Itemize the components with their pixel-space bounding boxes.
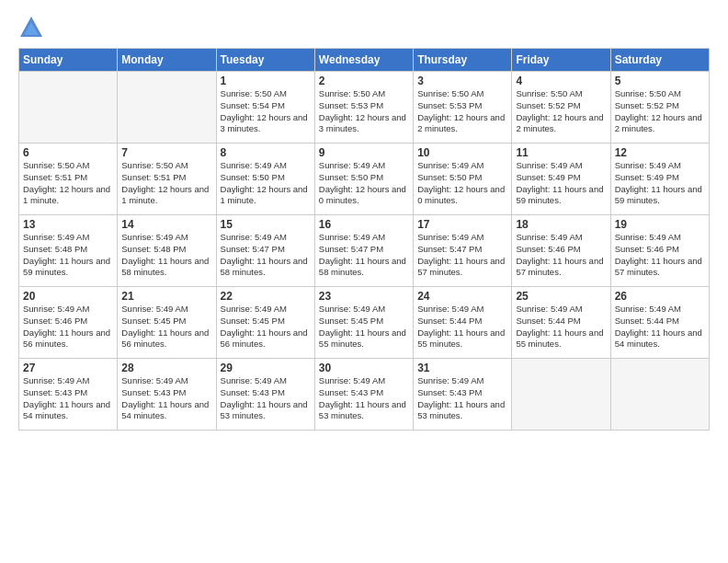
day-cell: 26Sunrise: 5:49 AMSunset: 5:44 PMDayligh… [610, 287, 709, 359]
day-number: 7 [121, 146, 211, 159]
day-header-friday: Friday [512, 49, 610, 72]
day-number: 13 [23, 218, 113, 231]
day-cell: 2Sunrise: 5:50 AMSunset: 5:53 PMDaylight… [314, 72, 413, 144]
day-header-tuesday: Tuesday [216, 49, 314, 72]
day-info: Sunrise: 5:49 AMSunset: 5:44 PMDaylight:… [615, 304, 705, 350]
day-number: 5 [615, 75, 705, 87]
day-cell: 24Sunrise: 5:49 AMSunset: 5:44 PMDayligh… [414, 287, 512, 359]
day-cell [19, 72, 118, 144]
day-info: Sunrise: 5:49 AMSunset: 5:45 PMDaylight:… [221, 304, 311, 350]
day-header-sunday: Sunday [19, 49, 118, 72]
header [18, 15, 710, 40]
day-info: Sunrise: 5:49 AMSunset: 5:43 PMDaylight:… [121, 375, 211, 422]
day-cell: 21Sunrise: 5:49 AMSunset: 5:45 PMDayligh… [118, 287, 216, 359]
day-info: Sunrise: 5:49 AMSunset: 5:43 PMDaylight:… [221, 375, 311, 422]
day-number: 8 [221, 146, 311, 159]
day-cell: 27Sunrise: 5:49 AMSunset: 5:43 PMDayligh… [19, 359, 118, 431]
day-info: Sunrise: 5:49 AMSunset: 5:46 PMDaylight:… [516, 232, 606, 279]
day-info: Sunrise: 5:49 AMSunset: 5:50 PMDaylight:… [221, 160, 311, 207]
day-info: Sunrise: 5:49 AMSunset: 5:49 PMDaylight:… [516, 160, 606, 207]
day-number: 31 [417, 362, 507, 374]
day-info: Sunrise: 5:49 AMSunset: 5:45 PMDaylight:… [319, 304, 409, 350]
day-info: Sunrise: 5:49 AMSunset: 5:44 PMDaylight:… [417, 304, 507, 350]
day-info: Sunrise: 5:50 AMSunset: 5:51 PMDaylight:… [121, 160, 211, 207]
week-row-4: 20Sunrise: 5:49 AMSunset: 5:46 PMDayligh… [19, 287, 710, 359]
day-header-saturday: Saturday [610, 49, 709, 72]
day-cell: 23Sunrise: 5:49 AMSunset: 5:45 PMDayligh… [314, 287, 413, 359]
day-header-thursday: Thursday [414, 49, 512, 72]
day-number: 20 [23, 290, 113, 303]
day-header-wednesday: Wednesday [314, 49, 413, 72]
logo [18, 15, 48, 40]
day-cell: 30Sunrise: 5:49 AMSunset: 5:43 PMDayligh… [314, 359, 413, 431]
day-cell: 15Sunrise: 5:49 AMSunset: 5:47 PMDayligh… [216, 215, 314, 287]
day-cell: 4Sunrise: 5:50 AMSunset: 5:52 PMDaylight… [512, 72, 610, 144]
day-info: Sunrise: 5:49 AMSunset: 5:50 PMDaylight:… [417, 160, 507, 207]
day-info: Sunrise: 5:49 AMSunset: 5:48 PMDaylight:… [23, 232, 113, 279]
logo-icon [18, 15, 44, 40]
day-cell: 5Sunrise: 5:50 AMSunset: 5:52 PMDaylight… [610, 72, 709, 144]
day-info: Sunrise: 5:49 AMSunset: 5:47 PMDaylight:… [319, 232, 409, 279]
day-cell [118, 72, 216, 144]
day-info: Sunrise: 5:49 AMSunset: 5:43 PMDaylight:… [23, 375, 113, 422]
calendar-table: SundayMondayTuesdayWednesdayThursdayFrid… [18, 48, 710, 431]
day-number: 10 [417, 146, 507, 159]
day-number: 29 [221, 362, 311, 374]
day-info: Sunrise: 5:49 AMSunset: 5:47 PMDaylight:… [417, 232, 507, 279]
day-info: Sunrise: 5:49 AMSunset: 5:47 PMDaylight:… [221, 232, 311, 279]
page-container: SundayMondayTuesdayWednesdayThursdayFrid… [0, 0, 728, 440]
day-cell: 19Sunrise: 5:49 AMSunset: 5:46 PMDayligh… [610, 215, 709, 287]
day-number: 14 [121, 218, 211, 231]
day-number: 26 [615, 290, 705, 303]
day-cell: 25Sunrise: 5:49 AMSunset: 5:44 PMDayligh… [512, 287, 610, 359]
day-cell: 10Sunrise: 5:49 AMSunset: 5:50 PMDayligh… [414, 144, 512, 215]
day-cell: 3Sunrise: 5:50 AMSunset: 5:53 PMDaylight… [414, 72, 512, 144]
day-cell: 9Sunrise: 5:49 AMSunset: 5:50 PMDaylight… [314, 144, 413, 215]
day-number: 1 [221, 75, 311, 87]
day-info: Sunrise: 5:49 AMSunset: 5:43 PMDaylight:… [417, 375, 507, 422]
day-number: 25 [516, 290, 606, 303]
day-cell: 7Sunrise: 5:50 AMSunset: 5:51 PMDaylight… [118, 144, 216, 215]
day-info: Sunrise: 5:49 AMSunset: 5:50 PMDaylight:… [319, 160, 409, 207]
day-cell: 17Sunrise: 5:49 AMSunset: 5:47 PMDayligh… [414, 215, 512, 287]
day-number: 11 [516, 146, 606, 159]
day-number: 2 [319, 75, 409, 87]
day-number: 23 [319, 290, 409, 303]
day-info: Sunrise: 5:49 AMSunset: 5:43 PMDaylight:… [319, 375, 409, 422]
day-cell: 18Sunrise: 5:49 AMSunset: 5:46 PMDayligh… [512, 215, 610, 287]
day-info: Sunrise: 5:49 AMSunset: 5:45 PMDaylight:… [121, 304, 211, 350]
day-info: Sunrise: 5:49 AMSunset: 5:46 PMDaylight:… [615, 232, 705, 279]
day-info: Sunrise: 5:49 AMSunset: 5:49 PMDaylight:… [615, 160, 705, 207]
day-cell [610, 359, 709, 431]
day-cell: 8Sunrise: 5:49 AMSunset: 5:50 PMDaylight… [216, 144, 314, 215]
day-number: 27 [23, 362, 113, 374]
week-row-5: 27Sunrise: 5:49 AMSunset: 5:43 PMDayligh… [19, 359, 710, 431]
day-number: 28 [121, 362, 211, 374]
day-number: 21 [121, 290, 211, 303]
day-number: 22 [221, 290, 311, 303]
day-number: 12 [615, 146, 705, 159]
day-cell: 31Sunrise: 5:49 AMSunset: 5:43 PMDayligh… [414, 359, 512, 431]
day-number: 24 [417, 290, 507, 303]
day-info: Sunrise: 5:49 AMSunset: 5:48 PMDaylight:… [121, 232, 211, 279]
day-cell: 28Sunrise: 5:49 AMSunset: 5:43 PMDayligh… [118, 359, 216, 431]
day-cell: 14Sunrise: 5:49 AMSunset: 5:48 PMDayligh… [118, 215, 216, 287]
day-info: Sunrise: 5:49 AMSunset: 5:44 PMDaylight:… [516, 304, 606, 350]
day-number: 17 [417, 218, 507, 231]
day-cell: 22Sunrise: 5:49 AMSunset: 5:45 PMDayligh… [216, 287, 314, 359]
day-info: Sunrise: 5:49 AMSunset: 5:46 PMDaylight:… [23, 304, 113, 350]
day-info: Sunrise: 5:50 AMSunset: 5:52 PMDaylight:… [615, 88, 705, 135]
day-cell: 1Sunrise: 5:50 AMSunset: 5:54 PMDaylight… [216, 72, 314, 144]
day-number: 9 [319, 146, 409, 159]
day-cell: 29Sunrise: 5:49 AMSunset: 5:43 PMDayligh… [216, 359, 314, 431]
day-info: Sunrise: 5:50 AMSunset: 5:54 PMDaylight:… [221, 88, 311, 135]
day-cell [512, 359, 610, 431]
day-number: 18 [516, 218, 606, 231]
day-cell: 13Sunrise: 5:49 AMSunset: 5:48 PMDayligh… [19, 215, 118, 287]
day-number: 19 [615, 218, 705, 231]
day-number: 16 [319, 218, 409, 231]
day-number: 15 [221, 218, 311, 231]
day-number: 30 [319, 362, 409, 374]
week-row-1: 1Sunrise: 5:50 AMSunset: 5:54 PMDaylight… [19, 72, 710, 144]
week-row-2: 6Sunrise: 5:50 AMSunset: 5:51 PMDaylight… [19, 144, 710, 215]
